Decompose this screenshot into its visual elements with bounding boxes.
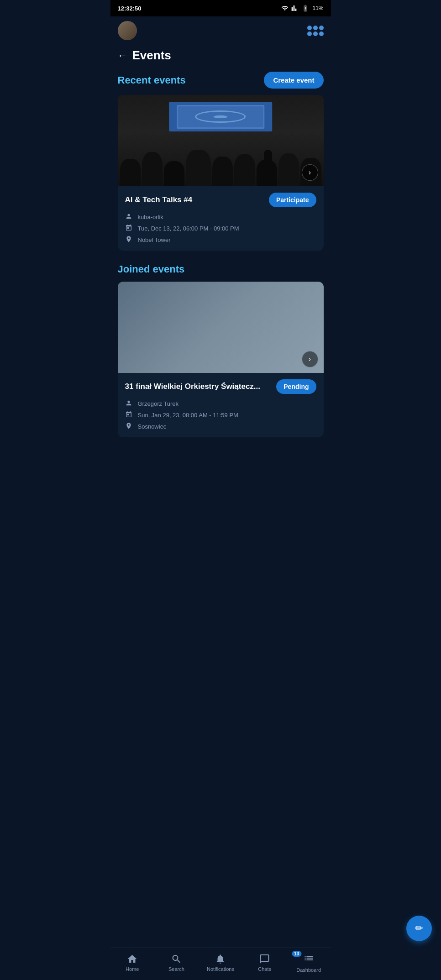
event-1-location: Nobel Tower	[138, 236, 171, 243]
event-1-title: AI & Tech Talks #4	[125, 195, 264, 204]
recent-events-title: Recent events	[118, 74, 186, 86]
battery-icon	[301, 4, 310, 12]
signal-icon	[291, 5, 299, 12]
participate-button[interactable]: Participate	[269, 193, 316, 207]
event-card-1: › AI & Tech Talks #4 Participate kuba-or…	[118, 95, 324, 251]
event-image-1: ›	[118, 95, 324, 186]
person-icon	[125, 213, 133, 221]
event-2-organizer-row: Grzegorz Turek	[125, 399, 316, 408]
joined-events-title: Joined events	[110, 260, 331, 282]
user-avatar[interactable]	[118, 21, 137, 40]
event-1-date: Tue, Dec 13, 22, 06:00 PM - 09:00 PM	[138, 225, 239, 232]
back-button[interactable]: ←	[118, 51, 128, 61]
event-2-title: 31 finał Wielkiej Orkiestry Świątecz...	[125, 382, 272, 391]
status-icons: 11%	[281, 4, 323, 12]
page-title-row: ← Events	[110, 45, 331, 68]
event-2-organizer: Grzegorz Turek	[138, 400, 179, 407]
status-time: 12:32:50	[118, 5, 142, 12]
event-2-body: 31 finał Wielkiej Orkiestry Świątecz... …	[118, 373, 324, 437]
battery-percentage: 11%	[312, 5, 323, 11]
app-logo	[307, 26, 324, 36]
header	[110, 16, 331, 45]
status-bar: 12:32:50 11%	[110, 0, 331, 16]
event-1-meta: kuba-orlik Tue, Dec 13, 22, 06:00 PM - 0…	[125, 213, 316, 244]
location-icon	[125, 236, 133, 244]
create-event-button[interactable]: Create event	[264, 72, 323, 89]
event-1-organizer: kuba-orlik	[138, 214, 163, 220]
event-card-2: › 31 finał Wielkiej Orkiestry Świątecz..…	[118, 282, 324, 437]
calendar-icon-2	[125, 411, 133, 419]
wifi-icon	[281, 5, 289, 12]
event-2-location-row: Sosnowiec	[125, 422, 316, 431]
person-icon-2	[125, 399, 133, 408]
event-2-date: Sun, Jan 29, 23, 08:00 AM - 11:59 PM	[138, 412, 238, 419]
event-2-next-button[interactable]: ›	[302, 351, 318, 367]
event-1-date-row: Tue, Dec 13, 22, 06:00 PM - 09:00 PM	[125, 224, 316, 233]
location-icon-2	[125, 422, 133, 431]
event-1-location-row: Nobel Tower	[125, 236, 316, 244]
event-2-meta: Grzegorz Turek Sun, Jan 29, 23, 08:00 AM…	[125, 399, 316, 431]
event-image-2: ›	[118, 282, 324, 373]
event-1-next-button[interactable]: ›	[302, 164, 318, 181]
calendar-icon	[125, 224, 133, 233]
event-2-location: Sosnowiec	[138, 423, 167, 430]
page-title: Events	[132, 48, 171, 63]
recent-events-header: Recent events Create event	[110, 68, 331, 95]
pending-button[interactable]: Pending	[276, 379, 316, 394]
event-1-organizer-row: kuba-orlik	[125, 213, 316, 221]
event-1-body: AI & Tech Talks #4 Participate kuba-orli…	[118, 186, 324, 251]
event-2-date-row: Sun, Jan 29, 23, 08:00 AM - 11:59 PM	[125, 411, 316, 419]
